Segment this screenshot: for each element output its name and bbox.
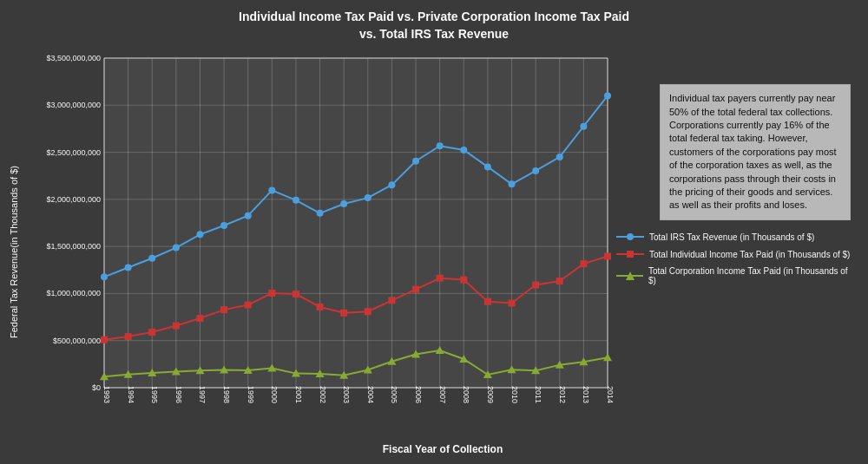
chart-title: Individual Income Tax Paid vs. Private C… (239, 9, 629, 42)
svg-rect-3 (627, 251, 634, 258)
y-axis-label: Federal Tax Revenue(in Thousands of $) (9, 49, 24, 455)
annotation-box: Individual tax payers currently pay near… (660, 84, 851, 220)
legend-label-corp: Total Corporation Income Tax Paid (in Th… (648, 266, 851, 285)
legend-line-irs (616, 232, 644, 242)
legend-item-corp: Total Corporation Income Tax Paid (in Th… (616, 266, 851, 285)
legend-container: Total IRS Tax Revenue (in Thousands of $… (616, 232, 851, 285)
legend-label-irs: Total IRS Tax Revenue (in Thousands of $… (649, 232, 814, 242)
x-axis-label: Fiscal Year of Collection (26, 443, 859, 455)
legend-line-corp (616, 271, 643, 281)
svg-point-1 (627, 233, 634, 240)
main-container: Individual Income Tax Paid vs. Private C… (0, 0, 868, 464)
legend-item-individual: Total Individual Income Tax Paid (in Tho… (616, 249, 851, 259)
legend-item-irs: Total IRS Tax Revenue (in Thousands of $… (616, 232, 851, 242)
legend-label-individual: Total Individual Income Tax Paid (in Tho… (649, 250, 850, 259)
annotation-text: Individual tax payers currently pay near… (669, 93, 837, 210)
legend-line-individual (616, 249, 644, 259)
